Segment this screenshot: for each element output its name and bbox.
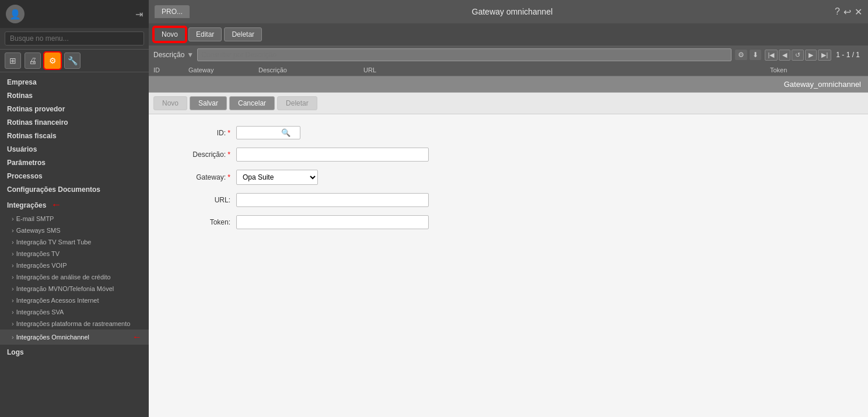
- token-input[interactable]: [236, 215, 429, 229]
- sidebar-header: 👤 ⇥: [0, 0, 149, 28]
- sidebar-item-rotinas-fiscais[interactable]: Rotinas fiscais: [0, 128, 149, 142]
- search-input[interactable]: [5, 31, 144, 45]
- sidebar-item-integracoes-analise-credito[interactable]: › Integrações de análise de crédito: [0, 271, 149, 283]
- sidebar-search-wrapper: [0, 28, 149, 50]
- wrench-tool-button[interactable]: 🔧: [64, 52, 80, 69]
- id-label: ID: *: [160, 129, 230, 137]
- avatar: 👤: [6, 5, 24, 23]
- filterbar: Descrição ▼ ⚙ ⬇ |◀ ◀ ↺ ▶ ▶| 1 - 1 / 1: [149, 45, 868, 64]
- sub-cancelar-button[interactable]: Cancelar: [229, 96, 275, 110]
- filter-label: Descrição ▼: [153, 51, 194, 59]
- editar-button[interactable]: Editar: [188, 27, 222, 41]
- col-gateway: Gateway: [188, 66, 258, 73]
- sidebar-item-empresa[interactable]: Empresa: [0, 75, 149, 88]
- id-search-icon[interactable]: 🔍: [281, 128, 290, 137]
- sidebar-item-integracoes-tv[interactable]: › Integrações TV: [0, 248, 149, 260]
- novo-button[interactable]: Novo: [153, 27, 186, 42]
- back-icon[interactable]: ↩: [844, 6, 851, 17]
- nav-first-button[interactable]: |◀: [765, 50, 778, 61]
- table-header: ID Gateway Descrição URL Token: [149, 64, 868, 76]
- page-title: Gateway omnichannel: [190, 7, 835, 16]
- exit-icon[interactable]: ⇥: [135, 9, 143, 20]
- form-row-gateway: Gateway: * Opa Suite: [160, 170, 856, 185]
- col-token: Token: [770, 66, 863, 73]
- sidebar-menu: Empresa Rotinas Rotinas provedor Rotinas…: [0, 72, 149, 417]
- topbar: PRO... Gateway omnichannel ? ↩ ✕: [149, 0, 868, 23]
- sidebar-item-integracao-mvno[interactable]: › Integração MVNO/Telefonia Móvel: [0, 283, 149, 295]
- panel-title: Gateway_omnichannel: [149, 76, 868, 93]
- main-content: PRO... Gateway omnichannel ? ↩ ✕ Novo Ed…: [149, 0, 868, 417]
- descricao-input[interactable]: [236, 148, 429, 162]
- form-row-descricao: Descrição: *: [160, 148, 856, 162]
- id-input[interactable]: [240, 129, 281, 137]
- sidebar-item-parametros[interactable]: Parâmetros: [0, 155, 149, 169]
- gateway-label: Gateway: *: [160, 173, 230, 181]
- sub-toolbar: Novo Salvar Cancelar Deletar: [149, 93, 868, 114]
- sidebar-item-integracoes-sva[interactable]: › Integrações SVA: [0, 306, 149, 318]
- deletar-button[interactable]: Deletar: [224, 27, 262, 41]
- print-tool-button[interactable]: 🖨: [24, 52, 41, 69]
- form-row-url: URL:: [160, 193, 856, 207]
- settings-tool-button[interactable]: ⚙: [44, 52, 61, 69]
- nav-controls: |◀ ◀ ↺ ▶ ▶| 1 - 1 / 1: [765, 50, 863, 61]
- nav-prev-button[interactable]: ◀: [779, 50, 790, 61]
- form-area: ID: * 🔍 Descrição: * Gateway: * Opa Suit…: [149, 114, 868, 417]
- sub-deletar-button[interactable]: Deletar: [277, 96, 317, 110]
- sub-salvar-button[interactable]: Salvar: [190, 96, 227, 110]
- close-icon[interactable]: ✕: [855, 6, 862, 17]
- sidebar-item-integracoes-omnichannel[interactable]: › Integrações Omnichannel ←: [0, 330, 149, 345]
- sidebar-item-integracoes-plataforma-rastreamento[interactable]: › Integrações plataforma de rastreamento: [0, 318, 149, 330]
- gateway-select[interactable]: Opa Suite: [236, 170, 318, 185]
- help-icon[interactable]: ?: [835, 6, 840, 17]
- sidebar-item-configuracoes-documentos[interactable]: Configurações Documentos: [0, 182, 149, 195]
- nav-next-button[interactable]: ▶: [805, 50, 817, 61]
- sidebar-item-usuarios[interactable]: Usuários: [0, 142, 149, 155]
- main-toolbar: Novo Editar Deletar: [149, 23, 868, 45]
- sidebar-item-email-smtp[interactable]: › E-mail SMTP: [0, 213, 149, 225]
- col-url: URL: [363, 66, 770, 73]
- sidebar-toolbar: ⊞ 🖨 ⚙ 🔧: [0, 50, 149, 72]
- tab-pro[interactable]: PRO...: [155, 5, 190, 18]
- sidebar-item-integracoes-acessos-internet[interactable]: › Integrações Acessos Internet: [0, 295, 149, 306]
- form-row-id: ID: * 🔍: [160, 126, 856, 139]
- sidebar-item-integracoes-voip[interactable]: › Integrações VOIP: [0, 260, 149, 271]
- sidebar-item-logs[interactable]: Logs: [0, 345, 149, 358]
- col-id: ID: [153, 66, 188, 73]
- filter-download-icon[interactable]: ⬇: [750, 50, 761, 60]
- topbar-actions: ? ↩ ✕: [835, 6, 862, 17]
- sidebar: 👤 ⇥ ⊞ 🖨 ⚙ 🔧 Empresa Rotinas Rotinas prov…: [0, 0, 149, 417]
- descricao-label: Descrição: *: [160, 150, 230, 159]
- sidebar-item-gateways-sms[interactable]: › Gateways SMS: [0, 225, 149, 236]
- id-input-wrapper: 🔍: [236, 126, 300, 139]
- url-input[interactable]: [236, 193, 429, 207]
- sub-novo-button[interactable]: Novo: [153, 96, 187, 110]
- filter-input[interactable]: [197, 48, 731, 61]
- token-label: Token:: [160, 218, 230, 226]
- filter-icons: ⚙ ⬇: [735, 50, 761, 60]
- url-label: URL:: [160, 196, 230, 204]
- sidebar-item-rotinas-provedor[interactable]: Rotinas provedor: [0, 101, 149, 115]
- sidebar-item-rotinas[interactable]: Rotinas: [0, 88, 149, 101]
- filter-settings-icon[interactable]: ⚙: [735, 50, 747, 60]
- form-row-token: Token:: [160, 215, 856, 229]
- col-descricao: Descrição: [258, 66, 363, 73]
- sidebar-item-processos[interactable]: Processos: [0, 169, 149, 182]
- page-info: 1 - 1 / 1: [832, 51, 863, 59]
- nav-last-button[interactable]: ▶|: [818, 50, 831, 61]
- sidebar-item-integracao-tv-smart-tube[interactable]: › Integração TV Smart Tube: [0, 236, 149, 248]
- sidebar-item-rotinas-financeiro[interactable]: Rotinas financeiro: [0, 115, 149, 128]
- sidebar-item-integracoes[interactable]: Integrações ←: [0, 195, 149, 213]
- grid-tool-button[interactable]: ⊞: [5, 52, 21, 69]
- nav-refresh-button[interactable]: ↺: [792, 50, 804, 61]
